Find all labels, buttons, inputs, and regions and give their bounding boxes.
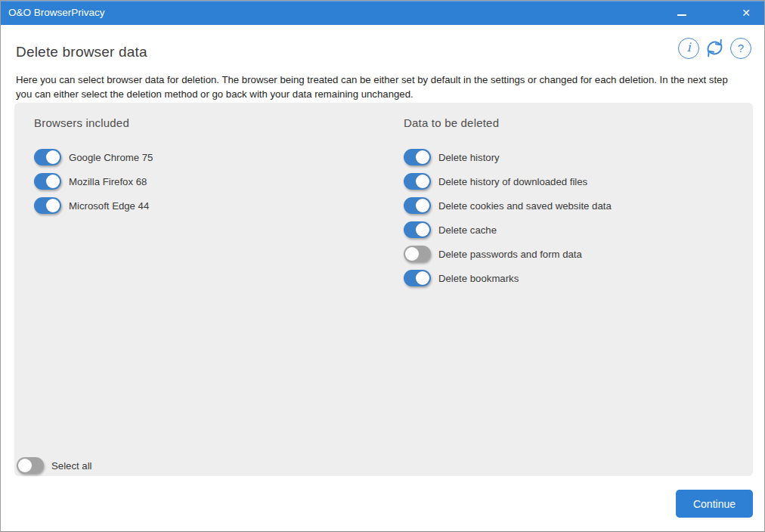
toggle-row: Delete cache — [404, 221, 612, 238]
toggle-label: Microsoft Edge 44 — [69, 200, 149, 212]
toggle-knob — [416, 271, 429, 285]
toggle-knob — [46, 175, 60, 188]
toggle-switch[interactable] — [404, 221, 431, 238]
browsers-column: Browsers included Google Chrome 75Mozill… — [34, 116, 153, 221]
toggle-knob — [18, 459, 32, 472]
toggle-row: Google Chrome 75 — [34, 149, 153, 165]
toggle-row: Delete history of downloaded files — [404, 173, 612, 190]
toggle-switch[interactable] — [404, 149, 431, 165]
toggle-knob — [416, 223, 429, 237]
refresh-icon[interactable] — [703, 36, 726, 60]
minimize-button[interactable] — [669, 1, 695, 25]
page-title: Delete browser data — [16, 44, 147, 60]
toggle-row: Delete history — [404, 149, 612, 165]
toggle-label: Mozilla Firefox 68 — [69, 176, 147, 187]
toggle-label: Delete passwords and form data — [438, 249, 582, 260]
header-icon-group: i ? — [678, 36, 751, 60]
toggle-switch[interactable] — [404, 246, 431, 262]
toggle-switch[interactable] — [34, 149, 61, 165]
help-icon[interactable]: ? — [730, 38, 751, 59]
toggle-knob — [416, 150, 429, 164]
info-icon[interactable]: i — [678, 38, 699, 59]
window-title: O&O BrowserPrivacy — [8, 1, 105, 25]
toggle-switch[interactable] — [404, 197, 431, 214]
titlebar: O&O BrowserPrivacy ✕ — [1, 1, 764, 25]
toggle-switch[interactable] — [404, 270, 431, 286]
data-toggle-list: Delete historyDelete history of download… — [404, 149, 612, 286]
toggle-knob — [416, 199, 429, 212]
toggle-label: Delete cookies and saved website data — [438, 200, 612, 212]
toggle-switch[interactable] — [404, 173, 431, 190]
toggle-label: Delete cache — [438, 224, 497, 236]
toggle-row: Delete passwords and form data — [404, 246, 612, 262]
toggle-row: Microsoft Edge 44 — [34, 197, 153, 214]
options-panel: Browsers included Google Chrome 75Mozill… — [14, 103, 753, 476]
toggle-row: Delete bookmarks — [404, 270, 612, 286]
select-all-label: Select all — [51, 460, 92, 472]
toggle-label: Google Chrome 75 — [69, 152, 153, 163]
toggle-knob — [405, 247, 419, 261]
continue-button[interactable]: Continue — [676, 490, 753, 518]
select-all-row: Select all — [17, 457, 92, 474]
browsers-heading: Browsers included — [34, 116, 153, 129]
toggle-switch[interactable] — [34, 173, 61, 190]
toggle-row: Mozilla Firefox 68 — [34, 173, 153, 190]
toggle-knob — [46, 150, 60, 164]
browser-toggle-list: Google Chrome 75Mozilla Firefox 68Micros… — [34, 149, 153, 214]
select-all-toggle[interactable] — [17, 457, 44, 474]
toggle-row: Delete cookies and saved website data — [404, 197, 612, 214]
toggle-label: Delete history — [438, 152, 500, 163]
toggle-label: Delete history of downloaded files — [438, 176, 587, 187]
toggle-label: Delete bookmarks — [438, 273, 519, 284]
close-button[interactable]: ✕ — [733, 1, 759, 25]
app-window: O&O BrowserPrivacy ✕ Delete browser data… — [0, 0, 765, 532]
data-heading: Data to be deleted — [404, 116, 612, 129]
toggle-knob — [46, 199, 60, 212]
page-description: Here you can select browser data for del… — [16, 73, 736, 101]
toggle-switch[interactable] — [34, 197, 61, 214]
minimize-icon — [677, 14, 686, 16]
toggle-knob — [416, 175, 429, 188]
data-column: Data to be deleted Delete historyDelete … — [404, 116, 612, 294]
